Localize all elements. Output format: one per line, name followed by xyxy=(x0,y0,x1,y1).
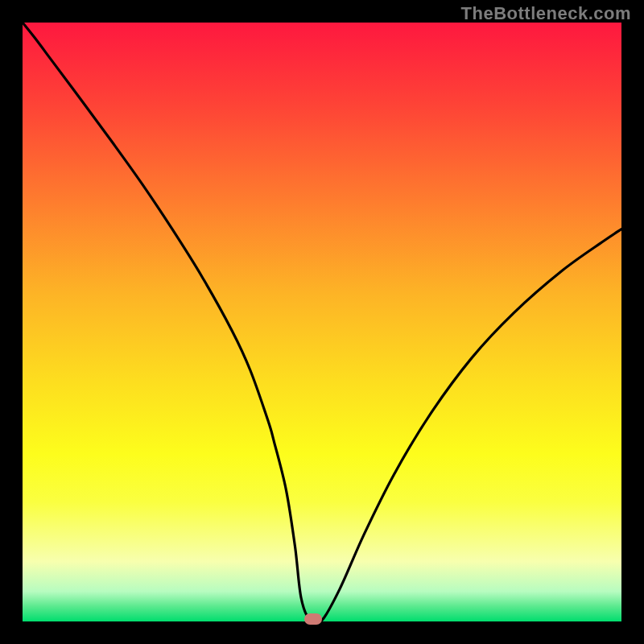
watermark-text: TheBottleneck.com xyxy=(461,3,631,24)
optimum-marker xyxy=(304,613,322,625)
plot-area xyxy=(23,23,621,621)
gradient-background xyxy=(23,23,621,621)
chart-svg xyxy=(23,23,621,621)
chart-frame: TheBottleneck.com xyxy=(0,0,644,644)
